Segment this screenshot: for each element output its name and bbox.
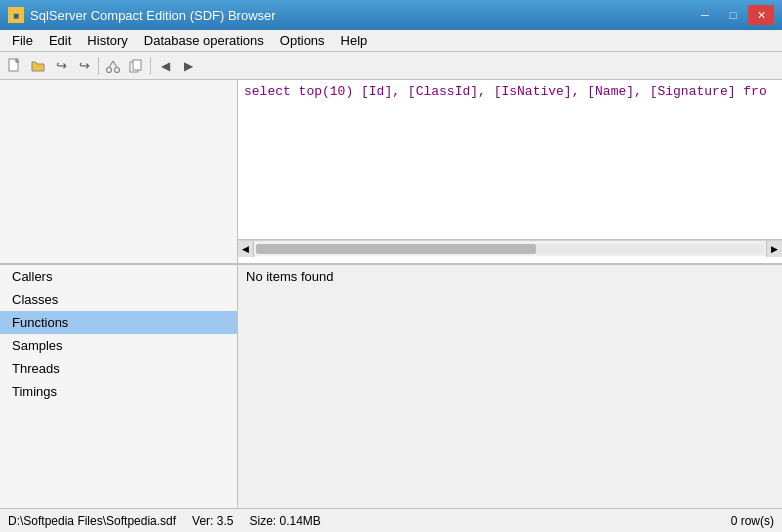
menu-database-operations[interactable]: Database operations <box>136 31 272 50</box>
close-button[interactable]: ✕ <box>748 5 774 25</box>
results-panel: No items found <box>238 265 782 508</box>
status-version: Ver: 3.5 <box>192 514 233 528</box>
scroll-thumb[interactable] <box>256 244 536 254</box>
cut-icon <box>106 59 120 73</box>
nav-item-threads[interactable]: Threads <box>0 357 237 380</box>
left-nav-panel <box>0 80 238 263</box>
menu-bar: File Edit History Database operations Op… <box>0 30 782 52</box>
open-button[interactable] <box>27 55 49 77</box>
nav-item-timings[interactable]: Timings <box>0 380 237 403</box>
minimize-button[interactable]: ─ <box>692 5 718 25</box>
svg-rect-9 <box>133 60 141 70</box>
copy-button[interactable] <box>125 55 147 77</box>
svg-point-5 <box>115 67 120 72</box>
menu-options[interactable]: Options <box>272 31 333 50</box>
svg-point-4 <box>107 67 112 72</box>
scroll-right-button[interactable]: ▶ <box>766 241 782 257</box>
status-row-count: 0 row(s) <box>731 514 774 528</box>
redo-icon: ↪ <box>79 58 90 73</box>
back-button[interactable]: ◀ <box>154 55 176 77</box>
toolbar: ↩ ↪ ◀ ▶ <box>0 52 782 80</box>
undo-icon: ↩ <box>56 58 67 73</box>
cut-button[interactable] <box>102 55 124 77</box>
main-content: select top(10) [Id], [ClassId], [IsNativ… <box>0 80 782 508</box>
copy-icon <box>129 59 143 73</box>
status-filepath: D:\Softpedia Files\Softpedia.sdf <box>8 514 176 528</box>
status-size: Size: 0.14MB <box>249 514 320 528</box>
top-split: select top(10) [Id], [ClassId], [IsNativ… <box>0 80 782 265</box>
redo-button[interactable]: ↪ <box>73 55 95 77</box>
nav-item-samples[interactable]: Samples <box>0 334 237 357</box>
nav-item-classes[interactable]: Classes <box>0 288 237 311</box>
title-bar: ■ SqlServer Compact Edition (SDF) Browse… <box>0 0 782 30</box>
scroll-left-button[interactable]: ◀ <box>238 241 254 257</box>
svg-line-6 <box>109 61 113 68</box>
maximize-button[interactable]: □ <box>720 5 746 25</box>
nav-item-callers[interactable]: Callers <box>0 265 237 288</box>
h-scrollbar[interactable]: ◀ ▶ <box>238 240 782 256</box>
toolbar-separator-1 <box>98 57 99 75</box>
new-icon <box>7 58 23 74</box>
window-controls: ─ □ ✕ <box>692 5 774 25</box>
no-items-message: No items found <box>246 269 333 284</box>
sql-text: select top(10) [Id], [ClassId], [IsNativ… <box>244 84 767 99</box>
app-icon: ■ <box>8 7 24 23</box>
status-bar: D:\Softpedia Files\Softpedia.sdf Ver: 3.… <box>0 508 782 532</box>
back-icon: ◀ <box>161 59 170 73</box>
open-icon <box>30 58 46 74</box>
nav-list-panel: Callers Classes Functions Samples Thread… <box>0 265 238 508</box>
menu-file[interactable]: File <box>4 31 41 50</box>
new-button[interactable] <box>4 55 26 77</box>
bottom-split: Callers Classes Functions Samples Thread… <box>0 265 782 508</box>
forward-icon: ▶ <box>184 59 193 73</box>
menu-help[interactable]: Help <box>333 31 376 50</box>
undo-button[interactable]: ↩ <box>50 55 72 77</box>
sql-panel: select top(10) [Id], [ClassId], [IsNativ… <box>238 80 782 263</box>
svg-line-7 <box>113 61 117 68</box>
menu-edit[interactable]: Edit <box>41 31 79 50</box>
sql-editor[interactable]: select top(10) [Id], [ClassId], [IsNativ… <box>238 80 782 240</box>
nav-item-functions[interactable]: Functions <box>0 311 237 334</box>
scroll-track <box>256 244 764 254</box>
toolbar-separator-2 <box>150 57 151 75</box>
forward-button[interactable]: ▶ <box>177 55 199 77</box>
title-bar-left: ■ SqlServer Compact Edition (SDF) Browse… <box>8 7 276 23</box>
menu-history[interactable]: History <box>79 31 135 50</box>
status-left: D:\Softpedia Files\Softpedia.sdf Ver: 3.… <box>8 514 321 528</box>
window-title: SqlServer Compact Edition (SDF) Browser <box>30 8 276 23</box>
